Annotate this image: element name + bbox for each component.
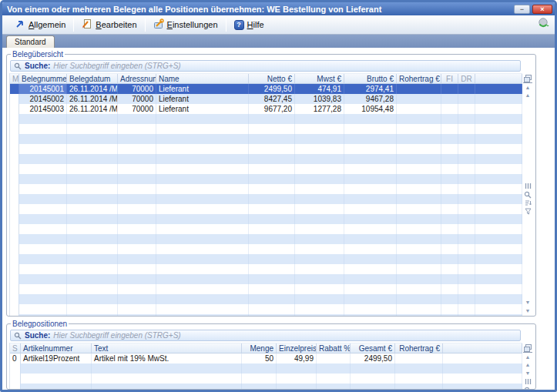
table-row-empty[interactable]	[10, 264, 522, 274]
table-cell[interactable]	[475, 184, 522, 194]
table-cell[interactable]	[156, 114, 249, 124]
table-row-empty[interactable]	[10, 134, 522, 144]
column-header-name[interactable]: Name	[156, 74, 249, 83]
table-cell[interactable]	[19, 294, 67, 304]
table-cell[interactable]	[295, 144, 344, 154]
table-cell[interactable]	[67, 194, 118, 204]
table-cell[interactable]	[118, 234, 156, 244]
table-cell[interactable]	[475, 94, 522, 104]
table-row-empty[interactable]	[10, 384, 522, 390]
table-cell[interactable]	[249, 194, 295, 204]
table-cell[interactable]	[397, 274, 441, 284]
table-cell[interactable]	[67, 184, 118, 194]
table-cell[interactable]	[156, 154, 249, 164]
table-cell[interactable]	[67, 304, 118, 314]
table-cell[interactable]: 26.11.2014 /Mi	[67, 104, 118, 114]
table-cell[interactable]	[295, 204, 344, 214]
table-cell[interactable]	[249, 174, 295, 184]
table-cell[interactable]	[344, 264, 397, 274]
table-cell[interactable]	[351, 364, 395, 374]
table-cell[interactable]	[441, 84, 458, 94]
table-cell[interactable]	[344, 174, 397, 184]
table-cell[interactable]	[92, 374, 242, 384]
table-cell[interactable]	[441, 264, 458, 274]
table-cell[interactable]	[443, 374, 522, 384]
table-cell[interactable]	[397, 104, 441, 114]
table-row-empty[interactable]	[10, 364, 522, 374]
table-cell[interactable]	[19, 174, 67, 184]
table-cell[interactable]	[397, 254, 441, 264]
table-cell[interactable]	[249, 244, 295, 254]
table-cell[interactable]	[67, 114, 118, 124]
table-row-empty[interactable]	[10, 204, 522, 214]
table-cell[interactable]	[249, 184, 295, 194]
table-cell[interactable]	[475, 244, 522, 254]
table-cell[interactable]	[458, 234, 475, 244]
table-cell[interactable]	[458, 94, 475, 104]
table-cell[interactable]	[21, 364, 92, 374]
table-cell[interactable]	[351, 384, 395, 390]
table-cell[interactable]: Artikel mit 19% MwSt.	[92, 353, 242, 364]
table-cell[interactable]	[249, 284, 295, 294]
table-cell[interactable]	[295, 134, 344, 144]
table-cell[interactable]	[344, 224, 397, 234]
table-cell[interactable]	[458, 304, 475, 314]
table-cell[interactable]	[10, 264, 19, 274]
table-cell[interactable]	[156, 164, 249, 174]
table-cell[interactable]	[67, 164, 118, 174]
table-cell[interactable]	[19, 254, 67, 264]
table-cell[interactable]	[397, 264, 441, 274]
table-cell[interactable]	[277, 384, 317, 390]
table-cell[interactable]	[21, 384, 92, 390]
table-cell[interactable]	[10, 164, 19, 174]
table-cell[interactable]	[19, 274, 67, 284]
column-chooser-icon[interactable]	[523, 74, 532, 82]
table-cell[interactable]: 70000	[118, 84, 156, 94]
table-cell[interactable]	[344, 304, 397, 314]
table-cell[interactable]	[441, 174, 458, 184]
table-cell[interactable]	[458, 294, 475, 304]
table-cell[interactable]	[458, 184, 475, 194]
table-cell[interactable]	[443, 353, 522, 364]
table-cell[interactable]	[10, 214, 19, 224]
table-cell[interactable]	[397, 284, 441, 294]
table-cell[interactable]	[118, 294, 156, 304]
table-cell[interactable]	[21, 374, 92, 384]
table-cell[interactable]	[295, 174, 344, 184]
table-cell[interactable]	[249, 144, 295, 154]
table-cell[interactable]	[443, 364, 522, 374]
table-cell[interactable]	[317, 353, 351, 364]
table-cell[interactable]	[344, 184, 397, 194]
table-cell[interactable]	[475, 124, 522, 134]
table-cell[interactable]	[475, 194, 522, 204]
table-cell[interactable]	[441, 114, 458, 124]
table-cell[interactable]	[19, 164, 67, 174]
table-cell[interactable]	[295, 154, 344, 164]
table-cell[interactable]	[441, 294, 458, 304]
table-cell[interactable]	[10, 254, 19, 264]
page-down-icon[interactable]: ▼	[523, 307, 532, 315]
table-cell[interactable]	[10, 284, 19, 294]
table-row-empty[interactable]	[10, 154, 522, 164]
table-cell[interactable]	[397, 184, 441, 194]
table-cell[interactable]	[397, 214, 441, 224]
scroll-down-icon[interactable]: ▼	[523, 298, 532, 307]
table-cell[interactable]	[397, 174, 441, 184]
table-cell[interactable]	[19, 244, 67, 254]
table-cell[interactable]	[249, 304, 295, 314]
table-cell[interactable]	[118, 204, 156, 214]
table-row-empty[interactable]	[10, 224, 522, 234]
table-cell[interactable]	[242, 384, 277, 390]
column-header-artikelnummer[interactable]: Artikelnummer	[21, 343, 92, 353]
table-cell[interactable]	[10, 94, 19, 104]
table-cell[interactable]	[458, 224, 475, 234]
table-cell[interactable]	[397, 124, 441, 134]
table-cell[interactable]: Lieferant	[156, 94, 249, 104]
scroll-to-top-icon[interactable]: ▲	[523, 82, 532, 91]
table-cell[interactable]	[118, 134, 156, 144]
table-cell[interactable]	[344, 144, 397, 154]
table-cell[interactable]	[19, 224, 67, 234]
table-cell[interactable]: 26.11.2014 /Mi	[67, 94, 118, 104]
table-cell[interactable]	[156, 234, 249, 244]
column-header-belegnummer[interactable]: Belegnummer	[19, 74, 67, 83]
